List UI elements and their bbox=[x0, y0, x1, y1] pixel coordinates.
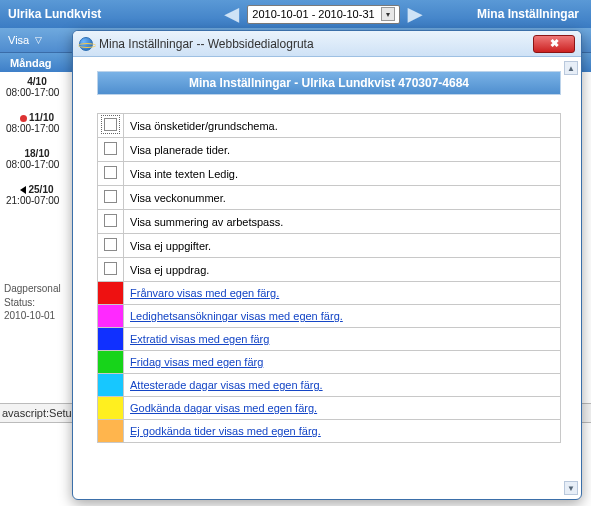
color-row: Frånvaro visas med egen färg. bbox=[98, 282, 561, 305]
color-label[interactable]: Extratid visas med egen färg bbox=[124, 328, 561, 351]
footer-info: Dagpersonal Status: 2010-10-01 bbox=[0, 278, 65, 327]
date-range-dropdown[interactable]: 2010-10-01 - 2010-10-31 ▾ bbox=[247, 5, 399, 24]
checkbox-icon[interactable] bbox=[104, 190, 117, 203]
dialog-title-bar[interactable]: Mina Inställningar -- Webbsidedialogruta… bbox=[73, 31, 581, 57]
color-label[interactable]: Frånvaro visas med egen färg. bbox=[124, 282, 561, 305]
footer-line: Dagpersonal bbox=[4, 282, 61, 296]
settings-label: Visa inte texten Ledig. bbox=[124, 162, 561, 186]
checkbox-cell[interactable] bbox=[98, 162, 124, 186]
overnight-arrow-icon bbox=[20, 186, 26, 194]
color-swatch[interactable] bbox=[98, 397, 123, 419]
settings-label: Visa summering av arbetspass. bbox=[124, 210, 561, 234]
day-date: 4/10 bbox=[6, 76, 68, 87]
settings-row: Visa ej uppdrag. bbox=[98, 258, 561, 282]
footer-line: 2010-10-01 bbox=[4, 309, 61, 323]
checkbox-cell[interactable] bbox=[98, 186, 124, 210]
weekday-label: Måndag bbox=[10, 57, 52, 69]
color-swatch-cell[interactable] bbox=[98, 374, 124, 397]
checkbox-cell[interactable] bbox=[98, 114, 124, 138]
top-bar: Ulrika Lundkvist ◀ 2010-10-01 - 2010-10-… bbox=[0, 0, 591, 28]
color-row: Ej godkända tider visas med egen färg. bbox=[98, 420, 561, 443]
color-row: Godkända dagar visas med egen färg. bbox=[98, 397, 561, 420]
color-swatch-cell[interactable] bbox=[98, 282, 124, 305]
color-label[interactable]: Godkända dagar visas med egen färg. bbox=[124, 397, 561, 420]
settings-label: Visa önsketider/grundschema. bbox=[124, 114, 561, 138]
color-swatch[interactable] bbox=[98, 282, 123, 304]
color-swatch[interactable] bbox=[98, 374, 123, 396]
dialog-window-title: Mina Inställningar -- Webbsidedialogruta bbox=[99, 37, 314, 51]
checkbox-cell[interactable] bbox=[98, 138, 124, 162]
settings-label: Visa ej uppdrag. bbox=[124, 258, 561, 282]
chevron-down-icon[interactable]: ▾ bbox=[381, 7, 395, 21]
color-swatch-cell[interactable] bbox=[98, 397, 124, 420]
settings-dialog: Mina Inställningar -- Webbsidedialogruta… bbox=[72, 30, 582, 500]
settings-label: Visa ej uppgifter. bbox=[124, 234, 561, 258]
checkbox-icon[interactable] bbox=[104, 142, 117, 155]
settings-row: Visa inte texten Ledig. bbox=[98, 162, 561, 186]
visa-label: Visa bbox=[8, 34, 29, 46]
checkbox-icon[interactable] bbox=[104, 238, 117, 251]
color-swatch[interactable] bbox=[98, 420, 123, 442]
color-row: Ledighetsansökningar visas med egen färg… bbox=[98, 305, 561, 328]
day-date: 18/10 bbox=[6, 148, 68, 159]
visa-dropdown[interactable]: Visa ▽ bbox=[8, 34, 42, 46]
color-row: Extratid visas med egen färg bbox=[98, 328, 561, 351]
settings-table: Visa önsketider/grundschema.Visa planera… bbox=[97, 113, 561, 443]
status-bar-text: avascript:Setup bbox=[2, 407, 78, 419]
red-dot-icon bbox=[20, 115, 27, 122]
color-label[interactable]: Fridag visas med egen färg bbox=[124, 351, 561, 374]
close-icon: ✖ bbox=[550, 37, 559, 50]
settings-label: Visa planerade tider. bbox=[124, 138, 561, 162]
color-swatch[interactable] bbox=[98, 305, 123, 327]
color-row: Attesterade dagar visas med egen färg. bbox=[98, 374, 561, 397]
user-name: Ulrika Lundkvist bbox=[0, 7, 170, 21]
date-range-text: 2010-10-01 - 2010-10-31 bbox=[252, 8, 374, 20]
checkbox-icon[interactable] bbox=[104, 166, 117, 179]
checkbox-icon[interactable] bbox=[104, 118, 117, 131]
checkbox-cell[interactable] bbox=[98, 234, 124, 258]
color-label[interactable]: Attesterade dagar visas med egen färg. bbox=[124, 374, 561, 397]
color-swatch-cell[interactable] bbox=[98, 420, 124, 443]
settings-label: Visa veckonummer. bbox=[124, 186, 561, 210]
chevron-down-icon: ▽ bbox=[35, 35, 42, 45]
color-swatch[interactable] bbox=[98, 328, 123, 350]
prev-arrow-icon[interactable]: ◀ bbox=[225, 3, 239, 25]
day-date: 25/10 bbox=[6, 184, 68, 195]
settings-link[interactable]: Mina Inställningar bbox=[477, 7, 591, 21]
day-date: 11/10 bbox=[6, 112, 68, 123]
scroll-down-button[interactable]: ▼ bbox=[564, 481, 578, 495]
color-swatch-cell[interactable] bbox=[98, 305, 124, 328]
settings-row: Visa önsketider/grundschema. bbox=[98, 114, 561, 138]
checkbox-cell[interactable] bbox=[98, 210, 124, 234]
next-arrow-icon[interactable]: ▶ bbox=[408, 3, 422, 25]
color-swatch-cell[interactable] bbox=[98, 351, 124, 374]
settings-row: Visa veckonummer. bbox=[98, 186, 561, 210]
ie-icon bbox=[79, 37, 93, 51]
settings-row: Visa ej uppgifter. bbox=[98, 234, 561, 258]
close-button[interactable]: ✖ bbox=[533, 35, 575, 53]
settings-row: Visa planerade tider. bbox=[98, 138, 561, 162]
footer-line: Status: bbox=[4, 296, 61, 310]
date-nav: ◀ 2010-10-01 - 2010-10-31 ▾ ▶ bbox=[170, 3, 477, 25]
color-swatch-cell[interactable] bbox=[98, 328, 124, 351]
checkbox-icon[interactable] bbox=[104, 214, 117, 227]
panel-title: Mina Inställningar - Ulrika Lundkvist 47… bbox=[97, 71, 561, 95]
color-row: Fridag visas med egen färg bbox=[98, 351, 561, 374]
settings-row: Visa summering av arbetspass. bbox=[98, 210, 561, 234]
checkbox-icon[interactable] bbox=[104, 262, 117, 275]
dialog-body: Mina Inställningar - Ulrika Lundkvist 47… bbox=[73, 57, 581, 499]
checkbox-cell[interactable] bbox=[98, 258, 124, 282]
color-label[interactable]: Ej godkända tider visas med egen färg. bbox=[124, 420, 561, 443]
color-label[interactable]: Ledighetsansökningar visas med egen färg… bbox=[124, 305, 561, 328]
color-swatch[interactable] bbox=[98, 351, 123, 373]
